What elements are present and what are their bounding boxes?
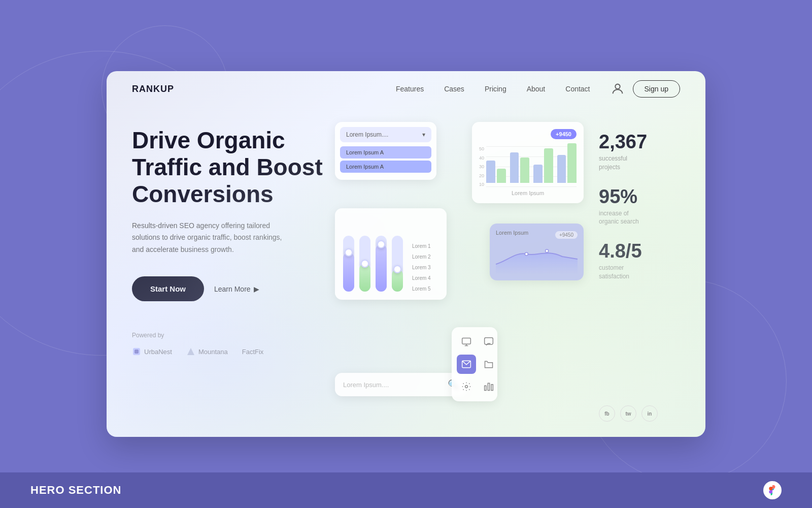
bar-4-blue	[557, 155, 566, 183]
nav-about[interactable]: About	[527, 85, 546, 93]
slider-labels: Lorem 1 Lorem 2 Lorem 3 Lorem 4 Lorem 5	[408, 243, 431, 292]
slider-3[interactable]	[376, 236, 387, 292]
svg-rect-6	[462, 338, 471, 344]
svg-point-0	[615, 84, 620, 89]
powered-label: Powered by	[132, 332, 325, 339]
folder-icon	[484, 359, 494, 369]
stat-projects-label: successfulprojects	[599, 154, 680, 172]
bar-3-green	[544, 148, 553, 183]
dropdown-option-2[interactable]: Lorem Ipsum A	[340, 161, 431, 173]
nav-actions: Sign up	[611, 80, 680, 98]
chart-bar-group-3	[533, 148, 553, 183]
stat-projects-number: 2,367	[599, 132, 680, 151]
urbanest-icon	[132, 347, 141, 356]
brand-urbanest: UrbaNest	[132, 347, 172, 356]
user-icon	[611, 82, 625, 96]
bar-4-green	[567, 143, 577, 183]
powered-section: Powered by UrbaNest	[132, 332, 325, 356]
chat-icon-btn[interactable]	[479, 332, 498, 352]
logo: RANKUP	[132, 84, 174, 94]
slider-4[interactable]	[392, 236, 403, 292]
bar-3-blue	[533, 165, 543, 183]
wave-badge: +9450	[555, 231, 578, 239]
hero-body: Drive Organic Traffic and Boost Conversi…	[107, 107, 705, 437]
facebook-button[interactable]: fb	[599, 405, 615, 422]
wave-svg	[496, 244, 578, 274]
arrow-icon: ▶	[254, 285, 259, 293]
widget-sliders: Lorem 1 Lorem 2 Lorem 3 Lorem 4 Lorem 5	[335, 208, 447, 300]
hero-subtitle: Results-driven SEO agency offering tailo…	[132, 220, 284, 256]
stat-projects: 2,367 successfulprojects	[599, 132, 680, 172]
svg-point-5	[546, 249, 549, 252]
email-icon-btn[interactable]	[457, 355, 476, 374]
settings-icon	[461, 382, 471, 392]
brand-mountana: Mountana	[186, 347, 228, 356]
nav-features[interactable]: Features	[396, 85, 424, 93]
svg-point-11	[465, 386, 468, 388]
nav-cases[interactable]: Cases	[444, 85, 464, 93]
svg-rect-13	[488, 383, 489, 390]
social-links: fb tw in	[599, 405, 680, 437]
start-now-button[interactable]: Start Now	[132, 276, 204, 301]
figma-logo	[767, 485, 777, 495]
widget-bar-chart: +9450 5040302010	[472, 122, 584, 203]
hero-title: Drive Organic Traffic and Boost Conversi…	[132, 127, 325, 208]
navbar: RANKUP Features Cases Pricing About Cont…	[107, 71, 705, 107]
widget-wave-chart: Lorem Ipsum +9450	[490, 224, 584, 280]
main-card: RANKUP Features Cases Pricing About Cont…	[107, 71, 705, 437]
svg-marker-3	[187, 348, 194, 355]
bottom-bar: HERO SECTION	[0, 472, 812, 508]
chart-icon-btn[interactable]	[479, 377, 498, 396]
slider-1[interactable]	[343, 236, 354, 292]
nav-contact[interactable]: Contact	[565, 85, 590, 93]
email-icon	[461, 359, 471, 369]
stat-satisfaction-number: 4.8/5	[599, 241, 680, 261]
bar-1-green	[497, 169, 506, 183]
widget-icon-grid	[452, 327, 497, 401]
wave-area	[496, 244, 578, 274]
chat-icon	[484, 337, 494, 347]
figma-icon	[763, 481, 782, 499]
svg-rect-2	[134, 350, 139, 354]
bar-1-blue	[486, 161, 495, 183]
bar-2-blue	[510, 152, 519, 183]
settings-icon-btn[interactable]	[457, 377, 476, 396]
stat-search: 95% increase oforganic search	[599, 187, 680, 227]
chart-area	[486, 146, 577, 187]
nav-links: Features Cases Pricing About Contact	[396, 85, 590, 93]
chart-y-labels: 5040302010	[479, 146, 486, 187]
brand-logos: UrbaNest Mountana FactFix	[132, 347, 325, 356]
monitor-icon	[461, 337, 471, 347]
chart-bar-group-2	[510, 152, 530, 183]
dropdown-select[interactable]: Lorem Ipsum.... ▾	[340, 127, 431, 142]
svg-rect-12	[485, 386, 486, 390]
folder-icon-btn[interactable]	[479, 355, 498, 374]
chart-label: Lorem Ipsum	[479, 190, 577, 196]
bottom-label: HERO SECTION	[30, 484, 121, 497]
linkedin-button[interactable]: in	[641, 405, 658, 422]
widget-search: Lorem Ipsum.... 🔍	[335, 373, 467, 396]
dropdown-option-1[interactable]: Lorem Ipsum A	[340, 146, 431, 158]
mountana-icon	[186, 347, 195, 356]
twitter-button[interactable]: tw	[620, 405, 636, 422]
page-background: RANKUP Features Cases Pricing About Cont…	[0, 0, 812, 508]
learn-more-button[interactable]: Learn More ▶	[214, 285, 259, 293]
slider-2[interactable]	[359, 236, 370, 292]
stat-search-number: 95%	[599, 187, 680, 206]
hero-right: 2,367 successfulprojects 95% increase of…	[599, 117, 680, 437]
wave-title: Lorem Ipsum	[496, 230, 528, 236]
chart-bar-group-1	[486, 161, 506, 183]
svg-rect-14	[491, 385, 493, 391]
hero-center: Lorem Ipsum.... ▾ Lorem Ipsum A Lorem Ip…	[325, 117, 599, 437]
hero-left: Drive Organic Traffic and Boost Conversi…	[132, 117, 325, 437]
stat-satisfaction: 4.8/5 customersatisfaction	[599, 241, 680, 281]
stat-satisfaction-label: customersatisfaction	[599, 264, 680, 281]
monitor-icon-btn[interactable]	[457, 332, 476, 352]
search-placeholder: Lorem Ipsum....	[343, 381, 389, 389]
signup-button[interactable]: Sign up	[633, 80, 680, 98]
nav-pricing[interactable]: Pricing	[485, 85, 506, 93]
chevron-icon: ▾	[422, 131, 425, 138]
bar-chart-icon	[484, 382, 494, 392]
brand-factfix: FactFix	[242, 348, 264, 356]
svg-point-4	[525, 252, 528, 256]
